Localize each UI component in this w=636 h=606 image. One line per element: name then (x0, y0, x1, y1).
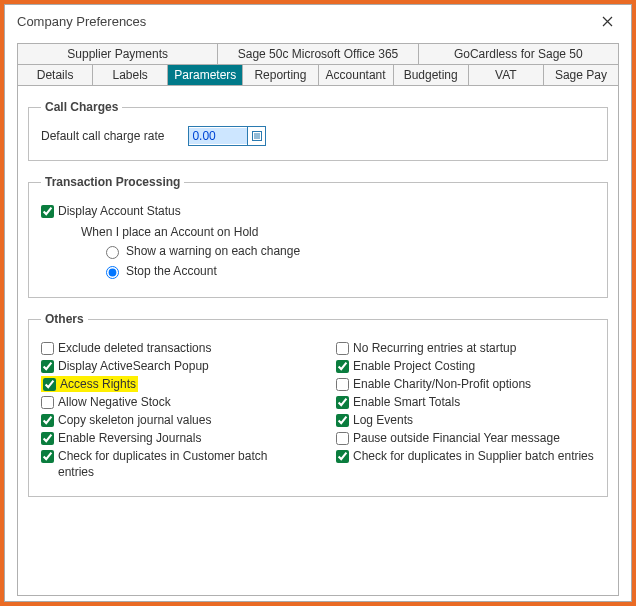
preferences-window: Company Preferences Supplier Payments Sa… (4, 4, 632, 602)
tab-accountant[interactable]: Accountant (319, 64, 394, 86)
chk-pause-outside-fy-label: Pause outside Financial Year message (353, 430, 560, 446)
tab-budgeting[interactable]: Budgeting (394, 64, 469, 86)
group-transaction-processing: Transaction Processing Display Account S… (28, 175, 608, 298)
chk-no-recurring-startup[interactable]: No Recurring entries at startup (336, 340, 595, 356)
chk-exclude-deleted-box[interactable] (41, 342, 54, 355)
others-right-column: No Recurring entries at startup Enable P… (336, 338, 595, 482)
chk-allow-negative-stock-box[interactable] (41, 396, 54, 409)
chk-allow-negative-stock[interactable]: Allow Negative Stock (41, 394, 300, 410)
chk-access-rights-box[interactable] (43, 378, 56, 391)
chk-activesearch-popup-label: Display ActiveSearch Popup (58, 358, 209, 374)
chk-activesearch-popup-box[interactable] (41, 360, 54, 373)
legend-others: Others (41, 312, 88, 326)
chk-enable-charity-box[interactable] (336, 378, 349, 391)
chk-enable-reversing-journals[interactable]: Enable Reversing Journals (41, 430, 300, 446)
chk-dup-customer-batch-label: Check for duplicates in Customer batch e… (58, 448, 300, 480)
chk-enable-smart-totals[interactable]: Enable Smart Totals (336, 394, 595, 410)
tab-sagepay[interactable]: Sage Pay (544, 64, 619, 86)
chk-dup-supplier-batch[interactable]: Check for duplicates in Supplier batch e… (336, 448, 595, 464)
chk-access-rights-label: Access Rights (60, 376, 136, 392)
chk-access-rights[interactable]: Access Rights (41, 376, 300, 392)
chk-no-recurring-startup-box[interactable] (336, 342, 349, 355)
chk-log-events[interactable]: Log Events (336, 412, 595, 428)
chk-display-account-status-label: Display Account Status (58, 203, 181, 219)
close-icon[interactable] (593, 11, 621, 31)
call-rate-input[interactable] (189, 128, 247, 144)
tab-parameters[interactable]: Parameters (168, 64, 243, 86)
tab-vat[interactable]: VAT (469, 64, 544, 86)
chk-log-events-label: Log Events (353, 412, 413, 428)
chk-dup-supplier-batch-label: Check for duplicates in Supplier batch e… (353, 448, 594, 464)
chk-no-recurring-startup-label: No Recurring entries at startup (353, 340, 516, 356)
tab-supplier-payments[interactable]: Supplier Payments (17, 43, 218, 65)
chk-pause-outside-fy-box[interactable] (336, 432, 349, 445)
chk-enable-project-costing-box[interactable] (336, 360, 349, 373)
chk-enable-charity[interactable]: Enable Charity/Non-Profit options (336, 376, 595, 392)
chk-exclude-deleted-label: Exclude deleted transactions (58, 340, 211, 356)
calculator-icon[interactable] (247, 127, 265, 145)
radio-stop-account[interactable]: Stop the Account (101, 263, 595, 279)
radio-show-warning-label: Show a warning on each change (126, 244, 300, 258)
chk-enable-smart-totals-label: Enable Smart Totals (353, 394, 460, 410)
chk-allow-negative-stock-label: Allow Negative Stock (58, 394, 171, 410)
chk-copy-skeleton-journal-label: Copy skeleton journal values (58, 412, 211, 428)
radio-stop-account-btn[interactable] (106, 266, 119, 279)
label-on-hold: When I place an Account on Hold (81, 225, 595, 239)
legend-transaction-processing: Transaction Processing (41, 175, 184, 189)
others-left-column: Exclude deleted transactions Display Act… (41, 338, 300, 482)
chk-pause-outside-fy[interactable]: Pause outside Financial Year message (336, 430, 595, 446)
group-others: Others Exclude deleted transactions Disp… (28, 312, 608, 497)
radio-stop-account-label: Stop the Account (126, 264, 217, 278)
group-call-charges: Call Charges Default call charge rate (28, 100, 608, 161)
chk-copy-skeleton-journal-box[interactable] (41, 414, 54, 427)
chk-dup-customer-batch-box[interactable] (41, 450, 54, 463)
chk-enable-project-costing[interactable]: Enable Project Costing (336, 358, 595, 374)
chk-display-account-status-box[interactable] (41, 205, 54, 218)
tab-row-top: Supplier Payments Sage 50c Microsoft Off… (17, 43, 619, 65)
chk-enable-smart-totals-box[interactable] (336, 396, 349, 409)
radio-group-on-hold: Show a warning on each change Stop the A… (101, 243, 595, 279)
chk-exclude-deleted[interactable]: Exclude deleted transactions (41, 340, 300, 356)
radio-show-warning[interactable]: Show a warning on each change (101, 243, 595, 259)
chk-activesearch-popup[interactable]: Display ActiveSearch Popup (41, 358, 300, 374)
chk-enable-reversing-journals-label: Enable Reversing Journals (58, 430, 201, 446)
call-rate-field[interactable] (188, 126, 266, 146)
chk-dup-supplier-batch-box[interactable] (336, 450, 349, 463)
chk-log-events-box[interactable] (336, 414, 349, 427)
tab-row-bottom: Details Labels Parameters Reporting Acco… (17, 64, 619, 86)
tab-sage50c-office365[interactable]: Sage 50c Microsoft Office 365 (218, 43, 418, 65)
chk-enable-reversing-journals-box[interactable] (41, 432, 54, 445)
chk-copy-skeleton-journal[interactable]: Copy skeleton journal values (41, 412, 300, 428)
content-area: Supplier Payments Sage 50c Microsoft Off… (5, 35, 631, 604)
legend-call-charges: Call Charges (41, 100, 122, 114)
tab-reporting[interactable]: Reporting (243, 64, 318, 86)
radio-show-warning-btn[interactable] (106, 246, 119, 259)
window-title: Company Preferences (17, 14, 146, 29)
tab-labels[interactable]: Labels (93, 64, 168, 86)
titlebar: Company Preferences (5, 5, 631, 35)
tab-details[interactable]: Details (17, 64, 93, 86)
tab-panel-parameters: Call Charges Default call charge rate Tr… (17, 86, 619, 596)
chk-display-account-status[interactable]: Display Account Status (41, 203, 595, 219)
chk-enable-project-costing-label: Enable Project Costing (353, 358, 475, 374)
label-default-call-rate: Default call charge rate (41, 129, 164, 143)
tab-gocardless[interactable]: GoCardless for Sage 50 (419, 43, 619, 65)
chk-dup-customer-batch[interactable]: Check for duplicates in Customer batch e… (41, 448, 300, 480)
chk-enable-charity-label: Enable Charity/Non-Profit options (353, 376, 531, 392)
